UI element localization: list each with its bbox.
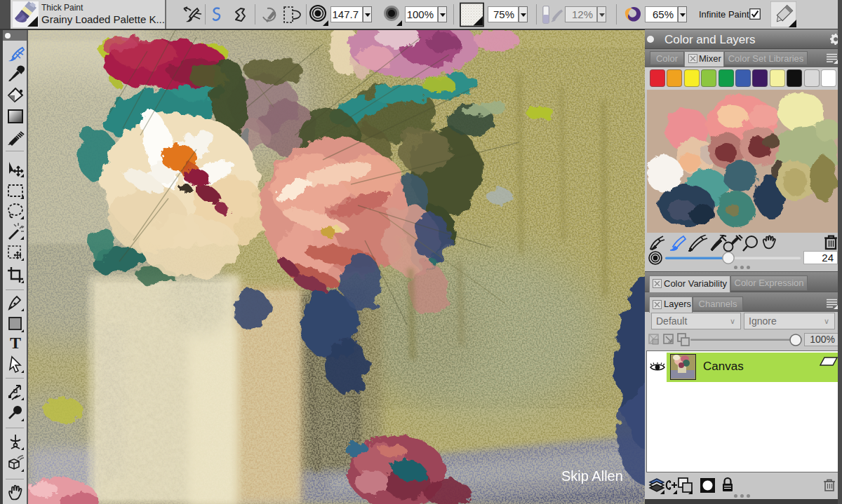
svg-text:Skip Allen: Skip Allen [561, 468, 623, 484]
svg-text:T: T [10, 334, 21, 352]
